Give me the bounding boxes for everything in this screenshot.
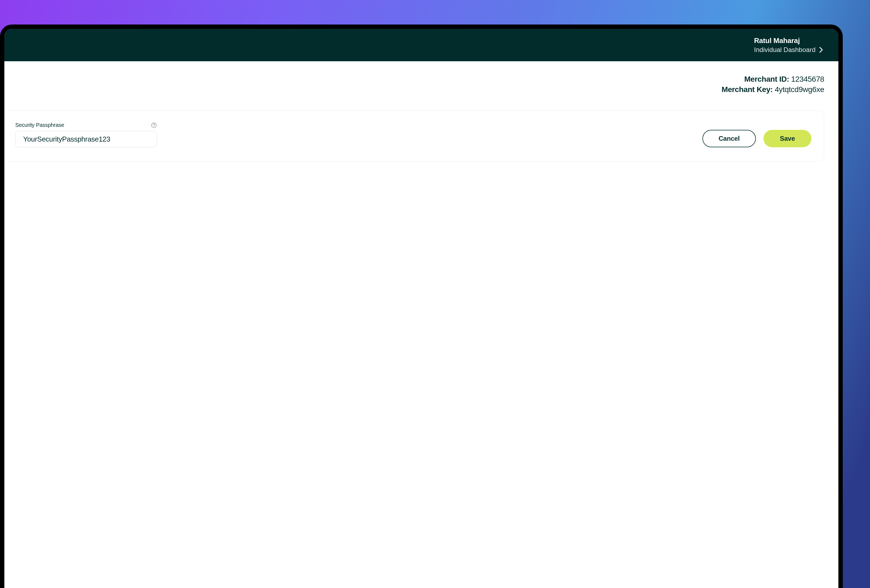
passphrase-label-row: Security Passphrase xyxy=(15,122,157,128)
user-name: Ratul Maharaj xyxy=(754,37,823,45)
dashboard-label: Individual Dashboard xyxy=(754,46,815,53)
app-screen: Ratul Maharaj Individual Dashboard Merch… xyxy=(4,29,839,588)
svg-point-1 xyxy=(154,126,154,126)
dashboard-switcher[interactable]: Individual Dashboard xyxy=(754,46,823,53)
merchant-info: Merchant ID: 12345678 Merchant Key: 4ytq… xyxy=(721,75,824,94)
merchant-key-value: 4ytqtcd9wg6xe xyxy=(775,85,824,94)
merchant-key-label: Merchant Key: xyxy=(721,85,773,94)
passphrase-field-wrap: Security Passphrase xyxy=(15,122,157,147)
device-frame: Ratul Maharaj Individual Dashboard Merch… xyxy=(0,25,843,588)
save-button[interactable]: Save xyxy=(763,130,812,147)
merchant-key-row: Merchant Key: 4ytqtcd9wg6xe xyxy=(721,85,824,94)
user-block: Ratul Maharaj Individual Dashboard xyxy=(754,37,823,53)
chevron-right-icon xyxy=(819,47,823,53)
form-actions: Cancel Save xyxy=(702,130,812,147)
merchant-id-value: 12345678 xyxy=(791,75,824,83)
passphrase-card: Security Passphrase Cancel Save xyxy=(4,110,824,162)
passphrase-label: Security Passphrase xyxy=(15,122,64,128)
cancel-button[interactable]: Cancel xyxy=(702,130,756,147)
passphrase-input[interactable] xyxy=(15,131,157,147)
page-content: Merchant ID: 12345678 Merchant Key: 4ytq… xyxy=(4,61,839,588)
merchant-id-row: Merchant ID: 12345678 xyxy=(721,75,824,83)
top-bar: Ratul Maharaj Individual Dashboard xyxy=(4,29,839,61)
merchant-id-label: Merchant ID: xyxy=(744,75,789,83)
help-icon[interactable] xyxy=(151,122,157,128)
